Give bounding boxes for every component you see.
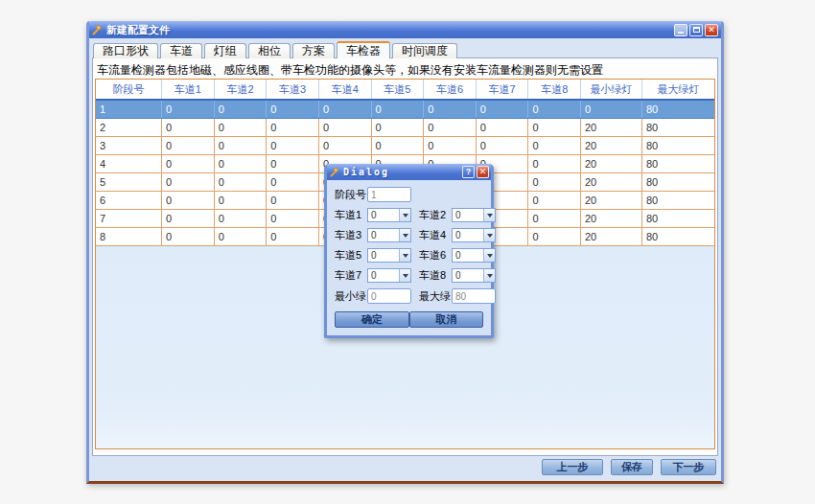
lane-select-6[interactable]: 0 [452,248,496,263]
tab-6[interactable]: 车检器 [337,41,390,58]
minimize-button[interactable] [674,24,687,36]
table-cell: 2 [96,119,161,136]
table-cell: 80 [641,137,714,154]
ok-button[interactable]: 确定 [335,311,409,328]
lane-select-value: 0 [368,269,399,282]
table-cell: 20 [580,192,641,209]
table-cell: 80 [641,210,714,227]
table-cell: 0 [476,119,528,136]
min-green-input[interactable] [367,288,411,304]
cancel-button[interactable]: 取消 [409,311,484,328]
table-cell: 20 [580,173,641,191]
table-cell: 0 [527,101,580,118]
column-header: 车道4 [318,80,371,99]
table-cell: 0 [214,228,267,245]
save-button[interactable]: 保存 [611,459,653,475]
lane-select-5[interactable]: 0 [367,248,411,263]
lane-label: 车道8 [419,268,452,283]
table-cell: 0 [527,228,580,245]
table-row[interactable]: 2000000002080 [96,119,714,137]
lane-label: 车道3 [335,228,367,242]
dialog-title: Dialog [343,167,459,177]
min-green-label: 最小绿 [335,289,367,304]
table-cell: 0 [161,192,214,209]
table-cell: 0 [214,101,267,118]
lane-select-4[interactable]: 0 [452,228,496,242]
lane-group-2: 车道20 [419,208,496,222]
table-cell: 0 [214,137,267,154]
window-titlebar[interactable]: 新建配置文件 ✕ [89,21,721,38]
table-cell: 20 [580,210,641,227]
lane-label: 车道1 [335,208,367,222]
window-title: 新建配置文件 [106,23,671,37]
lane-group-6: 车道60 [419,248,496,263]
table-row[interactable]: 3000000002080 [96,137,714,155]
max-green-label: 最大绿 [419,289,452,304]
tab-2[interactable]: 车道 [160,43,202,58]
table-cell: 0 [371,119,424,136]
column-header: 最大绿灯 [641,80,714,99]
next-step-button[interactable]: 下一步 [661,459,716,475]
table-cell: 80 [641,155,714,172]
lane-select-value: 0 [368,249,399,262]
lane-select-value: 0 [453,229,483,241]
lane-group-1: 车道10 [335,208,411,222]
column-header: 车道5 [371,80,424,99]
tab-5[interactable]: 方案 [292,43,335,58]
phase-label: 阶段号 [335,188,367,202]
chevron-down-icon[interactable] [399,269,410,282]
lane-select-7[interactable]: 0 [367,268,411,283]
lane-label: 车道6 [419,248,452,263]
column-header: 车道7 [476,80,528,99]
tab-1[interactable]: 路口形状 [93,43,158,58]
lane-group-8: 车道80 [419,268,496,283]
table-cell: 80 [641,173,714,191]
tab-3[interactable]: 灯组 [204,43,246,58]
table-cell: 0 [318,101,371,118]
table-cell: 20 [580,228,641,245]
table-cell: 0 [318,119,371,136]
column-header: 车道2 [214,80,267,99]
table-cell: 0 [266,101,318,118]
previous-step-button[interactable]: 上一步 [542,459,603,475]
table-cell: 0 [476,137,528,154]
dialog-titlebar[interactable]: Dialog ? ✕ [327,164,491,180]
lane-select-1[interactable]: 0 [367,208,411,222]
chevron-down-icon[interactable] [399,229,410,241]
tab-4[interactable]: 相位 [248,43,291,58]
tab-bar: 路口形状车道灯组相位方案车检器时间调度 [92,40,718,57]
app-icon [92,24,104,35]
table-cell: 0 [476,101,528,118]
column-header: 阶段号 [96,80,161,99]
maximize-button[interactable] [689,24,703,36]
help-button[interactable]: ? [462,166,475,178]
lane-select-8[interactable]: 0 [452,268,496,283]
tab-7[interactable]: 时间调度 [392,43,457,58]
lane-group-7: 车道70 [335,268,411,283]
chevron-down-icon[interactable] [399,209,410,221]
dialog-close-button[interactable]: ✕ [477,166,489,178]
table-row[interactable]: 100000000080 [96,101,714,119]
table-cell: 0 [580,101,641,118]
phase-input[interactable] [367,187,411,202]
chevron-down-icon[interactable] [399,249,410,262]
phase-row: 阶段号 [335,187,483,202]
chevron-down-icon[interactable] [483,209,495,221]
lane-group-3: 车道30 [335,228,411,242]
close-button[interactable]: ✕ [705,24,718,36]
chevron-down-icon[interactable] [483,249,495,262]
table-cell: 0 [214,155,267,172]
chevron-down-icon[interactable] [483,229,495,241]
table-cell: 0 [161,119,214,136]
max-green-input[interactable] [452,288,496,304]
dialog-controls: ? ✕ [462,166,489,178]
table-cell: 0 [214,192,267,209]
lane-select-value: 0 [453,249,483,262]
lane-select-value: 0 [453,209,483,221]
table-cell: 0 [161,210,214,227]
lane-select-3[interactable]: 0 [367,228,411,242]
table-cell: 8 [96,228,161,245]
chevron-down-icon[interactable] [483,269,495,282]
lane-select-2[interactable]: 0 [452,208,496,222]
table-cell: 0 [371,101,424,118]
